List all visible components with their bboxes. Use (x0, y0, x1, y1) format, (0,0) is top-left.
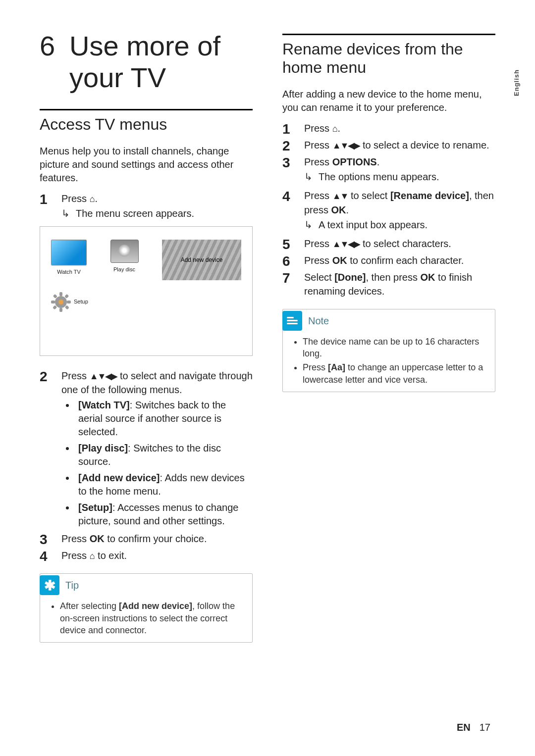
tip-title: Tip (65, 580, 79, 591)
home-icon: ⌂ (90, 551, 95, 561)
text: , then press (366, 272, 420, 283)
step-result: A text input box appears. (304, 218, 495, 232)
steps-list-right: Press ⌂. Press ▲▼◀▶ to select a device t… (282, 121, 495, 298)
divider (282, 34, 495, 35)
ok-key: OK (421, 272, 435, 283)
text: to confirm each character. (347, 255, 464, 266)
home-icon: ⌂ (332, 124, 338, 134)
ok-key: OK (332, 255, 347, 266)
text: to select a device to rename. (360, 140, 489, 151)
step-2: Press ▲▼◀▶ to select and navigate throug… (40, 369, 253, 528)
chapter-title-line1: Use more of (69, 30, 220, 61)
add-device-box: Add new device (162, 240, 241, 280)
step-1: Press ⌂. (282, 121, 495, 135)
text: . (346, 204, 349, 215)
right-column: Rename devices from the home menu After … (282, 30, 495, 643)
home-icon: ⌂ (90, 194, 95, 204)
text-bold: [Add new device] (119, 601, 192, 611)
text: . (95, 193, 98, 204)
section-title-rename: Rename devices from the home menu (282, 40, 495, 77)
step-4: Press ⌂ to exit. (40, 549, 253, 562)
list-item: [Add new device]: Adds new devices to th… (75, 471, 253, 498)
menu-item-play-disc: Play disc (107, 240, 142, 280)
left-column: 6 Use more of your TV Access TV menus Me… (40, 30, 253, 643)
nav-icon: ▲▼◀▶ (332, 141, 360, 151)
text: Press (304, 140, 332, 151)
footer-lang: EN (457, 722, 471, 733)
label: Add new device (179, 255, 224, 265)
step-1: Press ⌂. The menu screen appears. Watch … (40, 192, 253, 356)
svg-point-9 (58, 300, 63, 304)
menu-item-setup: Setup (51, 292, 241, 312)
svg-rect-2 (59, 308, 62, 312)
menu-screen-diagram: Watch TV Play disc Add new device (40, 226, 253, 356)
tip-callout: ✱ Tip After selecting [Add new device], … (40, 573, 253, 643)
step-4: Press ▲▼ to select [Rename device], then… (282, 189, 495, 231)
text: . (377, 156, 380, 167)
gear-icon (51, 292, 71, 312)
text: to select (348, 190, 390, 201)
note-badge-icon (282, 311, 302, 331)
steps-list-left: Press ⌂. The menu screen appears. Watch … (40, 192, 253, 563)
chapter-title: Use more of your TV (69, 30, 220, 94)
menu-item-add-device: Add new device (162, 240, 241, 280)
step-6: Press OK to confirm each character. (282, 253, 495, 267)
option-label: [Play disc] (78, 443, 128, 454)
svg-rect-4 (67, 301, 71, 303)
option-label: [Watch TV] (78, 400, 130, 410)
ok-key: OK (331, 204, 346, 215)
language-tab: English (513, 69, 520, 96)
text: Press (61, 370, 90, 381)
text: . (338, 123, 341, 134)
tv-icon (51, 240, 87, 265)
label: Play disc (107, 266, 142, 273)
tip-item: After selecting [Add new device], follow… (60, 600, 245, 636)
svg-rect-1 (59, 292, 62, 296)
text: Press (303, 362, 328, 372)
step-5: Press ▲▼◀▶ to select characters. (282, 237, 495, 251)
option-label: [Setup] (78, 502, 112, 513)
text-bold: [Rename device] (390, 190, 469, 201)
note-callout: Note The device name can be up to 16 cha… (282, 309, 495, 392)
text: Press (61, 193, 90, 204)
divider (40, 109, 253, 110)
step-3: Press OK to confirm your choice. (40, 532, 253, 546)
text: to select characters. (360, 238, 451, 249)
chapter-title-line2: your TV (69, 62, 166, 93)
text: Press (304, 190, 332, 201)
list-item: [Setup]: Accesses menus to change pictur… (75, 501, 253, 528)
text: Press (304, 156, 332, 167)
text: Select (304, 272, 334, 283)
label: Watch TV (51, 268, 87, 276)
intro-text: After adding a new device to the home me… (282, 88, 495, 114)
svg-rect-3 (51, 301, 55, 303)
tip-badge-icon: ✱ (40, 575, 59, 595)
text: Press (304, 255, 332, 266)
menu-options-list: [Watch TV]: Switches back to the aerial … (61, 399, 253, 528)
step-7: Select [Done], then press OK to finish r… (282, 270, 495, 298)
note-item: Press [Aa] to change an uppercase letter… (303, 361, 488, 386)
chapter-number: 6 (40, 30, 69, 62)
text: After selecting (60, 601, 119, 611)
list-item: [Watch TV]: Switches back to the aerial … (75, 399, 253, 439)
step-result: The menu screen appears. (61, 206, 253, 220)
option-label: [Add new device] (78, 472, 160, 483)
menu-item-watch-tv: Watch TV (51, 240, 87, 280)
text-bold: [Done] (334, 272, 366, 283)
options-key: OPTIONS (332, 156, 377, 167)
note-title: Note (308, 315, 329, 327)
text: to exit. (95, 550, 127, 561)
text: The options menu appears. (319, 170, 439, 184)
intro-text: Menus help you to install channels, chan… (40, 145, 253, 185)
chapter-heading: 6 Use more of your TV (40, 30, 253, 94)
text: The menu screen appears. (76, 206, 194, 220)
nav-icon: ▲▼◀▶ (90, 371, 117, 381)
list-item: [Play disc]: Switches to the disc source… (75, 442, 253, 468)
footer-page-number: 17 (480, 722, 490, 733)
section-title-access-menus: Access TV menus (40, 115, 253, 134)
step-result: The options menu appears. (304, 170, 495, 184)
text-bold: [Aa] (328, 362, 345, 372)
text: to confirm your choice. (105, 533, 207, 544)
label: Setup (74, 298, 88, 305)
page-footer: EN 17 (457, 722, 490, 733)
